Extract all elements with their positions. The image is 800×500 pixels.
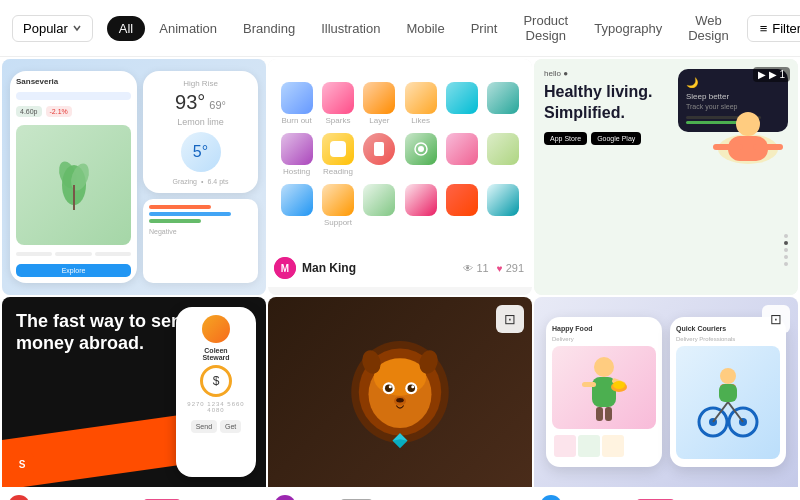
card-heartbeat[interactable]: The fast way to send—money abroad. Colee… [2, 297, 266, 500]
scroll-dot [784, 262, 788, 266]
thumb-rogie: ⊡ [268, 297, 532, 487]
icon-item: Sparks [321, 82, 354, 125]
card-info-manking: M Man King 👁 11 ♥ 291 [268, 249, 532, 287]
thumb-manking: Burn out Sparks Layer Likes [268, 59, 532, 249]
plant-icon [54, 155, 94, 215]
svg-point-9 [736, 112, 760, 136]
svg-point-23 [389, 385, 392, 388]
category-tab-branding[interactable]: Branding [231, 16, 307, 41]
top-nav: Popular AllAnimationBrandingIllustration… [0, 0, 800, 57]
icon-item [363, 184, 396, 227]
phone-mockup-1: Sanseveria 4.60p -2.1% [10, 71, 137, 283]
avatar-manking: M [274, 257, 296, 279]
main-temp: 5° [193, 143, 208, 161]
video-badge: ▶ ▶ 1 [753, 67, 790, 82]
icon-item [280, 184, 313, 227]
card-purrweb[interactable]: Happy Food Delivery [534, 297, 798, 500]
card-rogie[interactable]: ⊡ [268, 297, 532, 500]
phone-user-name: ColeenSteward [202, 347, 229, 361]
svg-point-38 [613, 381, 625, 389]
icon-item [445, 82, 478, 125]
bookmark-button-purrweb[interactable]: ⊡ [762, 305, 790, 333]
action-buttons: Send Get [191, 420, 242, 433]
svg-rect-36 [605, 407, 612, 421]
icon-item [404, 133, 437, 176]
svg-point-31 [594, 357, 614, 377]
icon-item [487, 133, 520, 176]
thumb-heartbeat: The fast way to send—money abroad. Colee… [2, 297, 266, 487]
circle-button: $ [200, 365, 232, 397]
phone1-title: Happy Food [552, 325, 656, 332]
taras-left-content: hello ● Healthy living.Simplified. App S… [544, 69, 678, 145]
svg-rect-48 [719, 384, 737, 402]
svg-point-5 [418, 146, 424, 152]
food-illustration [552, 346, 656, 428]
bookmark-button[interactable]: ⊡ [496, 305, 524, 333]
thumb-taras: hello ● Healthy living.Simplified. App S… [534, 59, 798, 295]
category-tab-typography[interactable]: Typography [582, 16, 674, 41]
svg-point-26 [396, 398, 404, 403]
category-tabs: AllAnimationBrandingIllustrationMobilePr… [107, 8, 741, 48]
shots-grid: Sanseveria 4.60p -2.1% [0, 57, 800, 500]
icon-item [487, 184, 520, 227]
scroll-dot [784, 234, 788, 238]
video-icon: ▶ [758, 69, 766, 80]
svg-rect-12 [753, 144, 783, 150]
filter-button[interactable]: ≡ Filters [747, 15, 800, 42]
svg-point-24 [411, 385, 414, 388]
scroll-dot [784, 241, 788, 245]
stats-manking: 👁 11 ♥ 291 [463, 262, 524, 274]
filter-label: Filters [772, 21, 800, 36]
phone2-sub: Delivery Professionals [676, 336, 780, 342]
icon-item: Likes [404, 82, 437, 125]
svg-rect-33 [582, 382, 596, 387]
temp-big: 93° [175, 91, 205, 114]
chevron-down-icon [72, 23, 82, 33]
avatar-rogie: R [274, 495, 296, 500]
card-number: 9270 1234 5660 4080 [180, 401, 252, 413]
category-tab-illustration[interactable]: Illustration [309, 16, 392, 41]
stats-widget: Negative [143, 199, 258, 283]
plant-name: Sanseveria [16, 77, 131, 86]
taras-heading: Healthy living.Simplified. [544, 82, 678, 124]
heart-icon: ♥ [497, 263, 503, 274]
icon-item [404, 184, 437, 227]
phone-happy-food: Happy Food Delivery [546, 317, 662, 466]
category-tab-animation[interactable]: Animation [147, 16, 229, 41]
avatar-purrweb: P [540, 495, 562, 500]
avatar-heartbeat: H [8, 495, 30, 500]
food-items [552, 433, 656, 459]
card-manking[interactable]: Burn out Sparks Layer Likes [268, 59, 532, 295]
phone-quick-couriers: Quick Couriers Delivery Professionals [670, 317, 786, 466]
category-tab-all[interactable]: All [107, 16, 145, 41]
brand-logo: S [10, 452, 34, 479]
icon-item: Layer [363, 82, 396, 125]
thumb-fireart: Sanseveria 4.60p -2.1% [2, 59, 266, 295]
illustration-figure [698, 89, 798, 192]
card-info-rogie: R Rogie PRO 👁 17 ♥ 536 [268, 487, 532, 500]
icon-item: Support [321, 184, 354, 227]
svg-text:M: M [281, 263, 289, 274]
author-avatar-icon: M [274, 257, 296, 279]
category-tab-product-design[interactable]: Product Design [511, 8, 580, 48]
sort-dropdown[interactable]: Popular [12, 15, 93, 42]
phone-mockup-heartbeat: ColeenSteward $ 9270 1234 5660 4080 Send… [176, 307, 256, 477]
card-info-heartbeat: H Heartbeat Agency TEAM 👁 23 ♥ 492 [2, 487, 266, 500]
category-tab-mobile[interactable]: Mobile [394, 16, 456, 41]
card-info-purrweb: P Purrweb UI TEAM 👁 8 ♥ 245 [534, 487, 798, 500]
icon-item [363, 133, 396, 176]
lion-illustration [340, 327, 460, 457]
scroll-dot [784, 248, 788, 252]
author-manking: Man King [302, 261, 356, 275]
card-taras[interactable]: hello ● Healthy living.Simplified. App S… [534, 59, 798, 295]
category-tab-web-design[interactable]: Web Design [676, 8, 740, 48]
eye-icon: 👁 [463, 263, 473, 274]
icon-item: Hosting [280, 133, 313, 176]
category-tab-print[interactable]: Print [459, 16, 510, 41]
icon-item: Reading [321, 133, 354, 176]
svg-point-22 [408, 385, 416, 393]
svg-rect-11 [713, 144, 743, 150]
card-fireart[interactable]: Sanseveria 4.60p -2.1% [2, 59, 266, 295]
icon-item: Burn out [280, 82, 313, 125]
views-manking: ♥ 291 [497, 262, 524, 274]
